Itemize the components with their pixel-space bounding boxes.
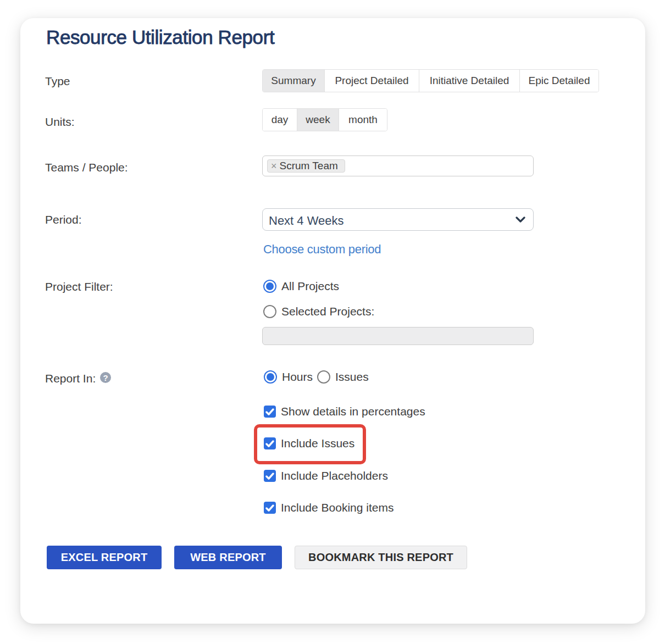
include-issues-label: Include Issues xyxy=(281,437,354,450)
include-placeholders-option[interactable]: Include Placeholders xyxy=(264,469,388,482)
period-value: Next 4 Weeks xyxy=(269,214,344,228)
teams-label: Teams / People: xyxy=(45,162,128,173)
period-label: Period: xyxy=(45,214,82,225)
show-details-checkbox[interactable] xyxy=(264,406,276,418)
checkmark-icon xyxy=(265,408,274,415)
checkmark-icon xyxy=(265,473,274,480)
type-option-project-detailed[interactable]: Project Detailed xyxy=(324,70,419,92)
include-booking-checkbox[interactable] xyxy=(264,502,276,514)
excel-report-button[interactable]: EXCEL REPORT xyxy=(47,546,162,569)
team-tag: × Scrum Team xyxy=(267,159,345,173)
selected-projects-option[interactable]: Selected Projects: xyxy=(263,305,374,318)
page-title: Resource Utilization Report xyxy=(46,27,274,47)
units-option-week[interactable]: week xyxy=(297,109,339,131)
chevron-down-icon xyxy=(516,216,525,223)
include-placeholders-label: Include Placeholders xyxy=(281,469,388,482)
selected-projects-label: Selected Projects: xyxy=(281,305,374,318)
selected-projects-input[interactable] xyxy=(262,327,534,345)
web-report-button[interactable]: WEB REPORT xyxy=(174,546,282,569)
period-select[interactable]: Next 4 Weeks xyxy=(262,208,534,231)
report-form-card: Resource Utilization Report Type Summary… xyxy=(20,18,645,624)
include-issues-checkbox[interactable] xyxy=(264,437,276,449)
report-in-label: Report In: xyxy=(45,373,96,384)
units-label: Units: xyxy=(45,116,75,127)
choose-custom-period-link[interactable]: Choose custom period xyxy=(263,243,381,256)
show-details-label: Show details in percentages xyxy=(281,405,425,418)
all-projects-label: All Projects xyxy=(281,280,339,293)
all-projects-radio[interactable] xyxy=(263,280,276,293)
type-option-epic-detailed[interactable]: Epic Detailed xyxy=(519,70,598,92)
checkmark-icon xyxy=(265,504,274,512)
units-option-month[interactable]: month xyxy=(339,109,387,131)
team-tag-label: Scrum Team xyxy=(280,160,338,172)
report-in-hours-option[interactable]: Hours Issues xyxy=(264,370,369,384)
hours-label: Hours xyxy=(282,370,313,384)
units-option-day[interactable]: day xyxy=(263,109,297,131)
include-booking-option[interactable]: Include Booking items xyxy=(264,501,394,514)
help-icon[interactable]: ? xyxy=(100,372,111,383)
include-issues-option[interactable]: Include Issues xyxy=(264,437,354,450)
hours-radio[interactable] xyxy=(264,370,277,384)
issues-label: Issues xyxy=(335,370,369,384)
show-details-option[interactable]: Show details in percentages xyxy=(264,405,425,418)
remove-tag-icon[interactable]: × xyxy=(271,161,277,171)
teams-input[interactable]: × Scrum Team xyxy=(262,156,534,176)
issues-radio[interactable] xyxy=(317,370,330,384)
units-segmented-control: day week month xyxy=(262,108,387,131)
include-placeholders-checkbox[interactable] xyxy=(264,470,276,482)
bookmark-report-button[interactable]: BOOKMARK THIS REPORT xyxy=(295,546,467,569)
all-projects-option[interactable]: All Projects xyxy=(263,280,339,293)
checkmark-icon xyxy=(265,440,274,447)
type-segmented-control: Summary Project Detailed Initiative Deta… xyxy=(262,69,599,92)
selected-projects-radio[interactable] xyxy=(263,305,276,318)
type-option-initiative-detailed[interactable]: Initiative Detailed xyxy=(419,70,519,92)
project-filter-label: Project Filter: xyxy=(45,281,113,292)
include-booking-label: Include Booking items xyxy=(281,501,394,514)
type-option-summary[interactable]: Summary xyxy=(263,70,324,92)
type-label: Type xyxy=(45,75,70,87)
